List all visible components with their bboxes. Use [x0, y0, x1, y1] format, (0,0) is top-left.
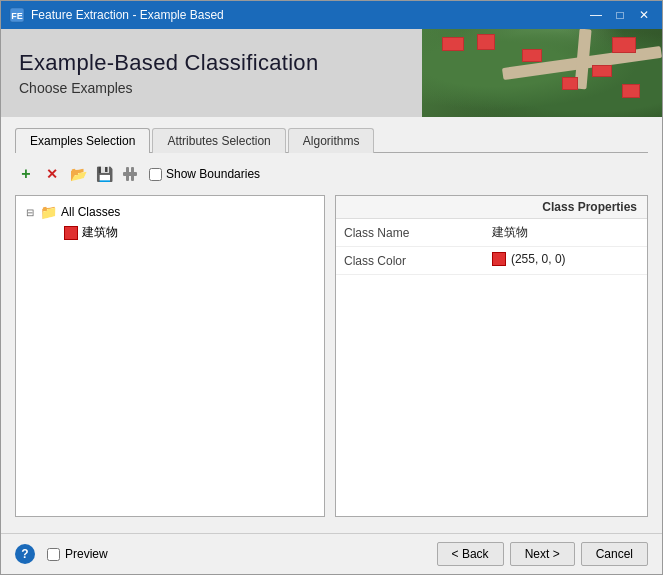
preview-label[interactable]: Preview: [47, 547, 108, 561]
settings-button[interactable]: [119, 163, 141, 185]
tab-examples-selection[interactable]: Examples Selection: [15, 128, 150, 153]
property-value-color: (255, 0, 0): [484, 247, 647, 275]
svg-rect-2: [123, 172, 137, 176]
properties-panel: Class Properties Class Name 建筑物 Class Co…: [335, 195, 648, 517]
class-color-indicator: [64, 226, 78, 240]
property-row-name: Class Name 建筑物: [336, 219, 647, 247]
tab-attributes-selection[interactable]: Attributes Selection: [152, 128, 285, 153]
property-row-color: Class Color (255, 0, 0): [336, 247, 647, 275]
banner-image: [422, 29, 662, 117]
building-7: [522, 49, 542, 62]
property-key-color: Class Color: [336, 247, 484, 275]
svg-rect-4: [131, 167, 134, 181]
toolbar: + ✕ 📂 💾 Show Boundaries: [15, 163, 648, 185]
tree-item-building[interactable]: 建筑物: [46, 222, 318, 243]
color-swatch: [492, 252, 506, 266]
satellite-bg: [422, 29, 662, 117]
svg-text:FE: FE: [11, 11, 23, 21]
building-6: [612, 37, 636, 53]
preview-text: Preview: [65, 547, 108, 561]
maximize-button[interactable]: □: [610, 6, 630, 24]
title-bar: FE Feature Extraction - Example Based — …: [1, 1, 662, 29]
footer-buttons: < Back Next > Cancel: [437, 542, 648, 566]
next-button[interactable]: Next >: [510, 542, 575, 566]
svg-rect-3: [126, 167, 129, 181]
cancel-button[interactable]: Cancel: [581, 542, 648, 566]
banner-title: Example-Based Classification: [19, 50, 318, 76]
tree-children: 建筑物: [46, 222, 318, 243]
back-button[interactable]: < Back: [437, 542, 504, 566]
building-5: [622, 84, 640, 98]
main-area: ⊟ 📁 All Classes 建筑物 Class Proper: [15, 195, 648, 517]
folder-icon: 📁: [40, 204, 57, 220]
tab-algorithms[interactable]: Algorithms: [288, 128, 375, 153]
properties-table: Class Name 建筑物 Class Color (255, 0, 0): [336, 219, 647, 275]
property-value-name: 建筑物: [484, 219, 647, 247]
tree-root: ⊟ 📁 All Classes 建筑物: [22, 202, 318, 243]
window-controls: — □ ✕: [586, 6, 654, 24]
all-classes-label: All Classes: [61, 205, 120, 219]
banner: Example-Based Classification Choose Exam…: [1, 29, 662, 117]
show-boundaries-checkbox[interactable]: [149, 168, 162, 181]
window-icon: FE: [9, 7, 25, 23]
tab-bar: Examples Selection Attributes Selection …: [15, 127, 648, 153]
preview-checkbox[interactable]: [47, 548, 60, 561]
color-value: (255, 0, 0): [511, 252, 566, 266]
building-4: [562, 77, 578, 90]
footer: ? Preview < Back Next > Cancel: [1, 533, 662, 574]
tree-toggle-icon: ⊟: [24, 207, 36, 218]
window-title: Feature Extraction - Example Based: [31, 8, 586, 22]
tree-panel[interactable]: ⊟ 📁 All Classes 建筑物: [15, 195, 325, 517]
open-button[interactable]: 📂: [67, 163, 89, 185]
content-area: Examples Selection Attributes Selection …: [1, 117, 662, 527]
close-button[interactable]: ✕: [634, 6, 654, 24]
save-button[interactable]: 💾: [93, 163, 115, 185]
banner-text: Example-Based Classification Choose Exam…: [1, 38, 336, 108]
building-2: [477, 34, 495, 50]
properties-header: Class Properties: [336, 196, 647, 219]
building-1: [442, 37, 464, 51]
main-window: FE Feature Extraction - Example Based — …: [0, 0, 663, 575]
minimize-button[interactable]: —: [586, 6, 606, 24]
property-key-name: Class Name: [336, 219, 484, 247]
color-preview: (255, 0, 0): [492, 252, 566, 266]
add-button[interactable]: +: [15, 163, 37, 185]
remove-button[interactable]: ✕: [41, 163, 63, 185]
show-boundaries-label[interactable]: Show Boundaries: [149, 167, 260, 181]
tree-all-classes[interactable]: ⊟ 📁 All Classes: [22, 202, 318, 222]
banner-subtitle: Choose Examples: [19, 80, 318, 96]
class-label: 建筑物: [82, 224, 118, 241]
building-3: [592, 65, 612, 77]
help-button[interactable]: ?: [15, 544, 35, 564]
